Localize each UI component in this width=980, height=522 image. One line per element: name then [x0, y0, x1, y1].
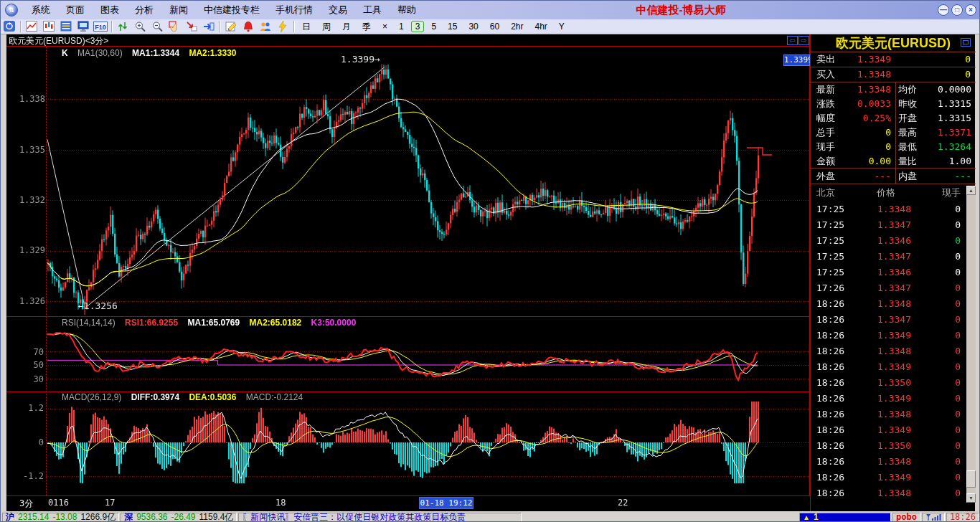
tick-row[interactable]: 18:261.33500: [811, 375, 966, 391]
tick-row[interactable]: 18:261.33480: [811, 454, 966, 470]
tick-row[interactable]: 18:261.33490: [811, 470, 966, 485]
scrollbar-thumb[interactable]: [966, 470, 976, 488]
news-ticker[interactable]: 〖新闻快讯〗安倍晋三：以促使日银对政策其政策目标负责: [238, 513, 522, 522]
period-30[interactable]: 30: [464, 21, 482, 32]
tick-row[interactable]: 18:261.33480: [811, 343, 966, 359]
zoom-out-icon[interactable]: [149, 20, 166, 34]
restore-button[interactable]: □: [951, 4, 963, 16]
f10-icon[interactable]: F10: [92, 20, 109, 34]
hand-select-icon[interactable]: [166, 20, 183, 34]
period-×[interactable]: ×: [378, 21, 392, 32]
menu-item-5[interactable]: 中信建投专栏: [196, 1, 268, 19]
quote-list-icon[interactable]: [57, 20, 75, 34]
tick-row[interactable]: 18:261.33490: [811, 359, 966, 375]
value-开盘: 1.3315: [920, 111, 971, 125]
tick-row[interactable]: 18:261.33490: [811, 422, 966, 438]
tick-time: 18:26: [816, 422, 844, 438]
period-2hr[interactable]: 2hr: [507, 21, 527, 32]
label-均价: 均价: [898, 82, 917, 97]
menu-item-8[interactable]: 工具: [355, 1, 390, 19]
system-menu-icon[interactable]: ⇅: [5, 4, 18, 16]
menu-item-3[interactable]: 分析: [127, 1, 161, 19]
scroll-down-icon[interactable]: ▼: [966, 493, 976, 503]
period-1[interactable]: 1: [395, 21, 408, 32]
tick-row[interactable]: 18:261.33500: [811, 438, 966, 454]
tick-row[interactable]: 18:261.33470: [811, 312, 966, 328]
tick-row[interactable]: 17:251.33480: [811, 201, 966, 217]
zoom-in-icon[interactable]: [131, 20, 149, 34]
tick-vol: 0: [955, 328, 961, 343]
line-chart-icon[interactable]: [23, 20, 40, 34]
period-15[interactable]: 15: [443, 21, 461, 32]
tick-row[interactable]: 17:251.33460: [811, 265, 966, 280]
tick-row[interactable]: 18:261.33490: [811, 391, 966, 407]
tick-row[interactable]: 17:261.33470: [811, 280, 966, 296]
tick-vol: 0: [955, 233, 961, 249]
tick-time: 18:26: [816, 470, 844, 485]
tick-vol: 0: [955, 485, 961, 501]
minimize-button[interactable]: —: [938, 4, 949, 16]
price-chart-canvas[interactable]: [6, 34, 810, 511]
tick-price: 1.3347: [861, 249, 911, 265]
tick-price: 1.3349: [861, 391, 911, 407]
tick-row[interactable]: 18:261.33480: [811, 407, 966, 422]
menu-bar: 系统页面图表分析新闻中信建投专栏手机行情交易工具帮助: [24, 1, 424, 19]
tick-vol: 0: [955, 470, 961, 485]
period-60[interactable]: 60: [486, 21, 504, 32]
connect-icon[interactable]: [1, 20, 18, 34]
order-send-icon[interactable]: [183, 20, 200, 34]
accounts-icon[interactable]: [257, 20, 274, 34]
tick-row[interactable]: 18:261.33490: [811, 328, 966, 343]
quote-row-涨跌: 涨跌0.0033昨收1.3315: [811, 97, 976, 111]
tick-scrollbar[interactable]: ▲ ▼: [966, 186, 976, 503]
period-3[interactable]: 3: [411, 21, 425, 32]
label-总手: 总手: [816, 125, 835, 140]
period-日[interactable]: 日: [298, 20, 315, 34]
menu-item-0[interactable]: 系统: [24, 1, 58, 19]
label-最高: 最高: [898, 125, 917, 140]
kline-chart-icon[interactable]: [40, 20, 57, 34]
draw-icon[interactable]: [222, 20, 240, 34]
panel-restore-icon[interactable]: [961, 38, 971, 47]
jump-icon[interactable]: [200, 20, 217, 34]
menu-item-9[interactable]: 帮助: [390, 1, 424, 19]
period-月[interactable]: 月: [338, 20, 355, 34]
period-5[interactable]: 5: [427, 21, 440, 32]
toolbar-separator: [293, 21, 294, 32]
tick-time: 17:25: [816, 201, 844, 217]
menu-item-1[interactable]: 页面: [58, 1, 93, 19]
value-金额: 0.00: [839, 154, 891, 169]
tick-row[interactable]: 18:261.33480: [811, 296, 966, 312]
close-button[interactable]: ×: [965, 4, 976, 16]
alert-segment[interactable]: ▲ 1: [799, 513, 891, 522]
report-icon[interactable]: [75, 20, 92, 34]
chart-prev-arrow[interactable]: ⇦: [787, 36, 798, 45]
toolbar-separator: [111, 21, 112, 32]
chart-next-arrow[interactable]: ⇨: [798, 36, 809, 45]
tick-price: 1.3350: [861, 438, 911, 454]
label-量比: 量比: [898, 154, 917, 169]
scroll-up-icon[interactable]: ▲: [966, 186, 976, 195]
tick-row[interactable]: 17:251.33470: [811, 217, 966, 233]
menu-item-7[interactable]: 交易: [321, 1, 355, 19]
period-周[interactable]: 周: [318, 20, 335, 34]
quote-row-最新: 最新1.3348均价0.0000: [811, 82, 976, 97]
tick-row[interactable]: 17:251.33460: [811, 233, 966, 249]
period-Y[interactable]: Y: [555, 21, 569, 32]
tick-row[interactable]: 18:261.33480: [811, 485, 966, 501]
period-季[interactable]: 季: [358, 20, 375, 34]
value-最新: 1.3348: [839, 82, 891, 97]
tick-row[interactable]: 17:251.33470: [811, 249, 966, 265]
menu-item-4[interactable]: 新闻: [161, 1, 196, 19]
tick-time: 18:26: [816, 359, 844, 375]
tick-price: 1.3348: [861, 485, 911, 501]
tick-time: 17:25: [816, 265, 844, 280]
tick-price: 1.3346: [861, 265, 911, 280]
menu-item-2[interactable]: 图表: [93, 1, 127, 19]
refresh-icon[interactable]: [114, 20, 131, 34]
alarm-icon[interactable]: [240, 20, 257, 34]
tick-price: 1.3349: [861, 470, 911, 485]
period-4hr[interactable]: 4hr: [531, 21, 552, 32]
quick-trade-icon[interactable]: [274, 20, 291, 34]
menu-item-6[interactable]: 手机行情: [268, 1, 321, 19]
